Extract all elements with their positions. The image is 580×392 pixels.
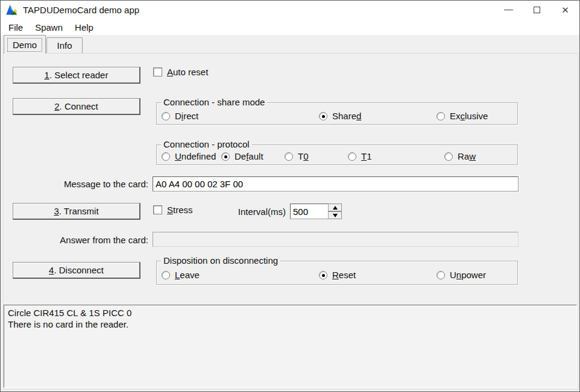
- share-mode-group: Connection - share mode Direct Shared Ex…: [156, 102, 518, 125]
- auto-reset-label: Auto reset: [167, 67, 208, 77]
- app-icon: [5, 4, 17, 16]
- radio-default-label: Default: [235, 151, 263, 161]
- radio-unpower-label: Unpower: [450, 270, 486, 280]
- menu-file[interactable]: File: [2, 20, 29, 34]
- radio-unpower-circle[interactable]: [437, 271, 445, 279]
- maximize-button[interactable]: [523, 1, 551, 19]
- radio-default[interactable]: Default: [221, 151, 263, 161]
- window-controls: — ✕: [494, 1, 579, 19]
- radio-shared[interactable]: Shared: [319, 111, 361, 121]
- radio-t1[interactable]: T1: [348, 151, 372, 161]
- radio-shared-circle[interactable]: [319, 112, 327, 120]
- button-label-accelerator: 3: [54, 206, 58, 216]
- menu-help[interactable]: Help: [69, 20, 99, 34]
- radio-raw[interactable]: Raw: [444, 151, 476, 161]
- minimize-button[interactable]: —: [494, 1, 523, 19]
- log-line: Circle CIR415 CL & 1S PICC 0: [8, 307, 573, 319]
- app-window: TAPDUDemoCard demo app — ✕ File Spawn He…: [0, 0, 580, 392]
- radio-reset[interactable]: Reset: [319, 270, 356, 280]
- button-label: . Disconnect: [54, 265, 104, 275]
- radio-direct-label: Direct: [175, 111, 198, 121]
- auto-reset-checkbox-box[interactable]: [153, 67, 162, 76]
- protocol-group: Connection - protocol Undefined Default …: [156, 145, 518, 165]
- stress-checkbox-box[interactable]: [153, 205, 162, 214]
- interval-up-button[interactable]: [329, 204, 342, 211]
- tab-demo[interactable]: Demo: [4, 35, 46, 54]
- title-bar: TAPDUDemoCard demo app — ✕: [1, 1, 579, 19]
- interval-label: Interval(ms): [203, 207, 286, 217]
- connect-button[interactable]: 2. Connect: [13, 98, 140, 115]
- radio-t1-label: T1: [361, 151, 372, 161]
- stress-checkbox[interactable]: Stress: [153, 205, 193, 215]
- log-area[interactable]: Circle CIR415 CL & 1S PICC 0 There is no…: [4, 305, 577, 388]
- button-label-accelerator: 1: [45, 70, 49, 80]
- maximize-icon: [534, 7, 540, 13]
- radio-t0[interactable]: T0: [285, 151, 309, 161]
- down-arrow-icon: [333, 214, 338, 217]
- button-label-accelerator: 2: [54, 101, 59, 111]
- disposition-group: Disposition on disconnecting Leave Reset…: [156, 261, 518, 285]
- disconnect-button[interactable]: 4. Disconnect: [13, 262, 140, 279]
- message-label: Message to the card:: [25, 179, 148, 189]
- minimize-icon: —: [504, 4, 513, 13]
- interval-stepper: [290, 204, 342, 219]
- radio-t0-circle[interactable]: [285, 152, 293, 161]
- protocol-group-title: Connection - protocol: [161, 139, 252, 149]
- radio-exclusive-label: Exclusive: [450, 111, 488, 121]
- disposition-group-title: Disposition on disconnecting: [161, 255, 280, 266]
- menu-bar: File Spawn Help: [1, 19, 579, 35]
- tab-info-label: Info: [57, 40, 72, 51]
- radio-exclusive-circle[interactable]: [437, 112, 445, 120]
- radio-undefined[interactable]: Undefined: [162, 151, 216, 161]
- tab-info[interactable]: Info: [46, 37, 83, 53]
- radio-t1-circle[interactable]: [348, 152, 356, 161]
- radio-leave[interactable]: Leave: [162, 270, 200, 280]
- share-mode-group-title: Connection - share mode: [161, 97, 267, 107]
- radio-undefined-label: Undefined: [175, 151, 216, 161]
- radio-raw-label: Raw: [458, 151, 476, 161]
- answer-input: [153, 232, 519, 247]
- up-arrow-icon: [333, 206, 338, 210]
- radio-direct[interactable]: Direct: [162, 111, 198, 121]
- stress-label: Stress: [167, 205, 193, 215]
- radio-default-circle[interactable]: [221, 152, 230, 161]
- close-button[interactable]: ✕: [551, 1, 579, 19]
- button-label-accelerator: 4: [49, 265, 54, 275]
- button-label: . Select reader: [49, 70, 109, 80]
- answer-label: Answer from the card:: [25, 235, 148, 245]
- interval-input[interactable]: [290, 204, 329, 219]
- radio-exclusive[interactable]: Exclusive: [437, 111, 488, 121]
- close-icon: ✕: [561, 5, 569, 14]
- radio-shared-label: Shared: [332, 111, 361, 121]
- menu-spawn[interactable]: Spawn: [29, 20, 69, 34]
- radio-unpower[interactable]: Unpower: [437, 270, 486, 280]
- button-label: . Connect: [60, 101, 98, 111]
- auto-reset-checkbox[interactable]: Auto reset: [153, 67, 208, 77]
- message-input[interactable]: [153, 176, 519, 191]
- radio-leave-circle[interactable]: [162, 271, 170, 279]
- radio-t0-label: T0: [298, 151, 309, 161]
- log-line: There is no card in the reader.: [8, 319, 573, 330]
- select-reader-button[interactable]: 1. Select reader: [13, 67, 140, 84]
- tab-demo-label: Demo: [7, 38, 42, 52]
- radio-direct-circle[interactable]: [162, 112, 170, 120]
- radio-reset-circle[interactable]: [319, 271, 327, 279]
- radio-reset-label: Reset: [332, 270, 356, 280]
- transmit-button[interactable]: 3. Transmit: [13, 203, 140, 220]
- interval-down-button[interactable]: [329, 211, 342, 219]
- button-label: . Transmit: [59, 206, 99, 216]
- radio-leave-label: Leave: [175, 270, 200, 280]
- window-title: TAPDUDemoCard demo app: [23, 5, 139, 15]
- radio-raw-circle[interactable]: [444, 152, 453, 161]
- radio-undefined-circle[interactable]: [162, 152, 170, 161]
